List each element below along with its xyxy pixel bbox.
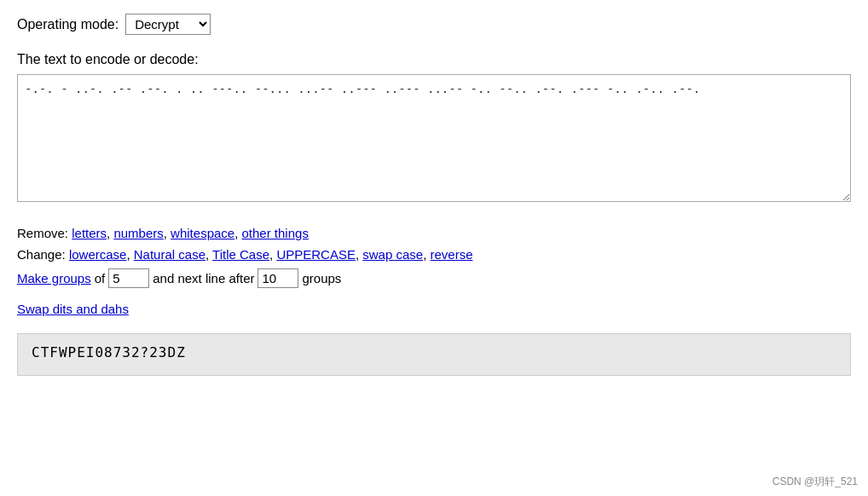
of-label: of (95, 271, 106, 285)
group-size-input[interactable] (108, 268, 149, 288)
remove-whitespace-link[interactable]: whitespace (171, 226, 234, 240)
groups-row: Make groups of and next line after group… (17, 268, 851, 288)
change-row: Change: lowercase, Natural case, Title C… (17, 247, 851, 262)
change-reverse-link[interactable]: reverse (430, 247, 472, 262)
output-box: CTFWPEI08732?23DZ (17, 333, 851, 376)
operating-mode-row: Operating mode: EncryptDecrypt (17, 14, 851, 35)
change-swapcase-link[interactable]: swap case (362, 247, 423, 262)
morse-textarea[interactable] (17, 74, 851, 202)
remove-row: Remove: letters, numbers, whitespace, ot… (17, 226, 851, 240)
change-prefix: Change: (17, 247, 66, 262)
groups-label: groups (302, 271, 341, 285)
operating-mode-label: Operating mode: (17, 17, 119, 32)
line-after-input[interactable] (258, 268, 298, 288)
watermark: CSDN @玥轩_521 (773, 475, 858, 489)
encode-label: The text to encode or decode: (17, 52, 851, 67)
swap-row: Swap dits and dahs (17, 302, 851, 316)
remove-numbers-link[interactable]: numbers (113, 226, 163, 240)
swap-dits-dahs-link[interactable]: Swap dits and dahs (17, 302, 129, 316)
remove-letters-link[interactable]: letters (72, 226, 107, 240)
remove-prefix: Remove: (17, 226, 68, 240)
remove-other-link[interactable]: other things (242, 226, 309, 240)
change-uppercase-link[interactable]: UPPERCASE (276, 247, 356, 262)
and-next-line-label: and next line after (153, 271, 254, 285)
mode-select[interactable]: EncryptDecrypt (125, 14, 211, 35)
change-naturalcase-link[interactable]: Natural case (134, 247, 205, 262)
change-lowercase-link[interactable]: lowercase (69, 247, 127, 262)
change-titlecase-link[interactable]: Title Case (212, 247, 269, 262)
make-groups-link[interactable]: Make groups (17, 271, 91, 285)
